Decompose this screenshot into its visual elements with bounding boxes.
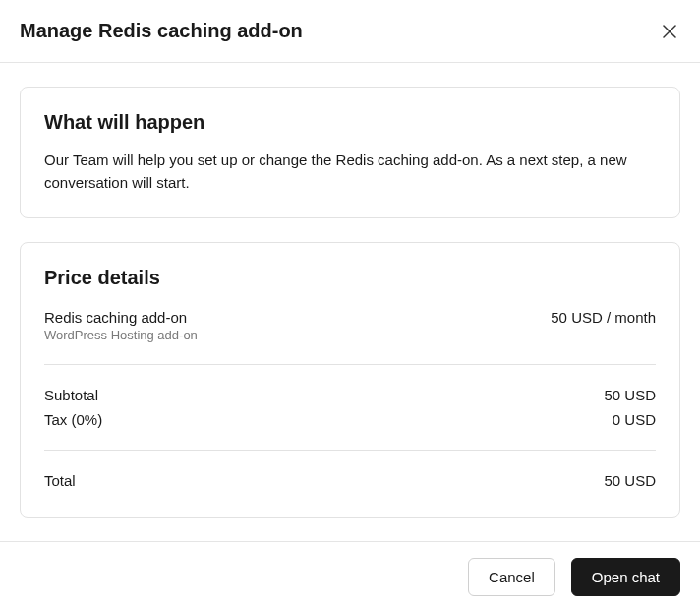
info-heading: What will happen <box>44 111 656 134</box>
tax-label: Tax (0%) <box>44 411 102 428</box>
line-item-left: Redis caching add-on WordPress Hosting a… <box>44 309 198 342</box>
line-item-amount: 50 USD / month <box>551 309 656 326</box>
info-card: What will happen Our Team will help you … <box>20 87 680 218</box>
info-body: Our Team will help you set up or change … <box>44 150 656 194</box>
line-item-row: Redis caching add-on WordPress Hosting a… <box>44 305 656 346</box>
open-chat-button[interactable]: Open chat <box>571 558 680 596</box>
tax-row: Tax (0%) 0 USD <box>44 407 656 432</box>
line-item-name: Redis caching add-on <box>44 309 198 326</box>
line-item-sub: WordPress Hosting add-on <box>44 328 198 342</box>
cancel-button[interactable]: Cancel <box>468 558 555 596</box>
divider <box>44 450 656 451</box>
divider <box>44 364 656 365</box>
modal-header: Manage Redis caching add-on <box>0 0 700 63</box>
modal-content: What will happen Our Team will help you … <box>0 63 700 541</box>
price-heading: Price details <box>44 267 656 289</box>
subtotal-label: Subtotal <box>44 387 98 403</box>
price-card: Price details Redis caching add-on WordP… <box>20 242 680 518</box>
total-label: Total <box>44 472 76 489</box>
close-button[interactable] <box>659 21 680 42</box>
close-icon <box>663 25 676 38</box>
subtotal-row: Subtotal 50 USD <box>44 383 656 407</box>
modal-title: Manage Redis caching add-on <box>20 20 303 42</box>
total-row: Total 50 USD <box>44 468 656 493</box>
tax-amount: 0 USD <box>612 411 656 428</box>
modal-footer: Cancel Open chat <box>0 541 700 610</box>
subtotal-amount: 50 USD <box>604 387 656 403</box>
total-amount: 50 USD <box>604 472 656 489</box>
